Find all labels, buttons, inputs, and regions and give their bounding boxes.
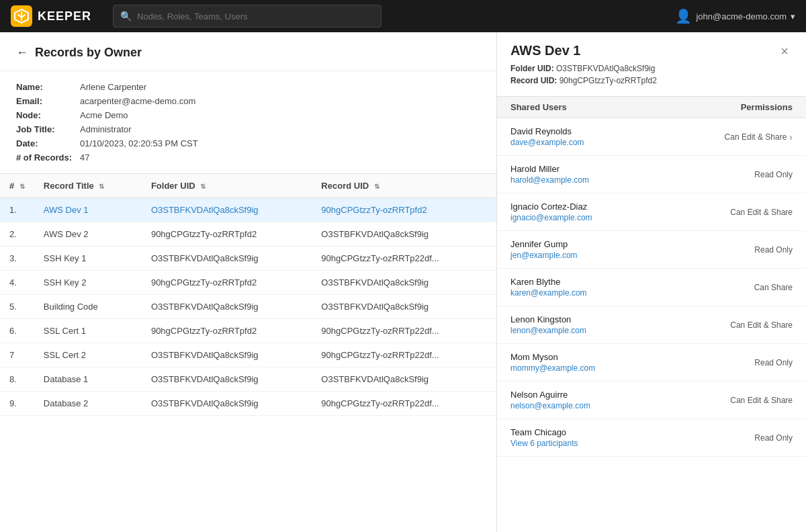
cell-title: AWS Dev 2 bbox=[34, 222, 142, 247]
shared-user-email: jen@example.com bbox=[510, 251, 754, 260]
shared-user-name: Karen Blythe bbox=[510, 277, 754, 287]
cell-folder-uid: 90hgCPGtzzTy-ozRRTpfd2 bbox=[142, 271, 312, 295]
cell-folder-uid: O3STBFKVDAtlQa8ckSf9ig bbox=[142, 198, 312, 222]
table-row[interactable]: 4.SSH Key 290hgCPGtzzTy-ozRRTpfd2O3STBFK… bbox=[0, 271, 496, 295]
shared-user-info: Ignacio Cortez-Diazignacio@example.com bbox=[510, 202, 730, 222]
sort-icon-record: ⇅ bbox=[374, 183, 379, 190]
table-row[interactable]: 6.SSL Cert 190hgCPGtzzTy-ozRRTpfd290hgCP… bbox=[0, 319, 496, 343]
shared-user-permission: Can Share bbox=[754, 283, 793, 292]
logo: KEEPER bbox=[11, 5, 91, 27]
shared-user-row[interactable]: Karen Blythekaren@example.comCan Share bbox=[497, 269, 806, 306]
table-row[interactable]: 7SSL Cert 2O3STBFKVDAtlQa8ckSf9ig90hgCPG… bbox=[0, 343, 496, 367]
cell-record-uid: 90hgCPGtzzTy-ozRRTpfd2 bbox=[312, 198, 496, 222]
chevron-right-icon: › bbox=[789, 132, 793, 142]
col-title[interactable]: Record Title ⇅ bbox=[34, 174, 142, 198]
shared-user-email: mommy@example.com bbox=[510, 363, 754, 373]
node-value: Acme Demo bbox=[80, 110, 480, 120]
cell-title: SSL Cert 2 bbox=[34, 343, 142, 367]
shared-user-info: Lenon Kingstonlenon@example.com bbox=[510, 314, 730, 335]
shared-user-email: harold@example.com bbox=[510, 175, 754, 185]
cell-title: SSH Key 2 bbox=[34, 271, 142, 295]
job-title-label: Job Title: bbox=[16, 124, 72, 134]
cell-num: 4. bbox=[0, 271, 34, 295]
cell-record-uid: 90hgCPGtzzTy-ozRRTp22df... bbox=[312, 247, 496, 271]
shared-user-info: Nelson Aguirrenelson@example.com bbox=[510, 390, 730, 410]
col-num[interactable]: # ⇅ bbox=[0, 174, 34, 198]
shared-user-info: Team ChicagoView 6 participants bbox=[510, 427, 754, 448]
shared-user-row[interactable]: Ignacio Cortez-Diazignacio@example.comCa… bbox=[497, 193, 806, 231]
right-panel-header: AWS Dev 1 Folder UID: O3STBFKVDAtlQa8ckS… bbox=[497, 32, 806, 97]
table-header-row: # ⇅ Record Title ⇅ Folder UID ⇅ Record U… bbox=[0, 174, 496, 198]
table-row[interactable]: 2.AWS Dev 290hgCPGtzzTy-ozRRTpfd2O3STBFK… bbox=[0, 222, 496, 247]
cell-record-uid: O3STBFKVDAtlQa8ckSf9ig bbox=[312, 271, 496, 295]
shared-user-row[interactable]: Lenon Kingstonlenon@example.comCan Edit … bbox=[497, 306, 806, 344]
record-uid-value: 90hgCPGtzzTy-ozRRTpfd2 bbox=[559, 76, 657, 85]
cell-record-uid: 90hgCPGtzzTy-ozRRTp22df... bbox=[312, 319, 496, 343]
table-row[interactable]: 3.SSH Key 1O3STBFKVDAtlQa8ckSf9ig90hgCPG… bbox=[0, 247, 496, 271]
job-title-value: Administrator bbox=[80, 124, 480, 134]
table-row[interactable]: 8.Database 1O3STBFKVDAtlQa8ckSf9igO3STBF… bbox=[0, 367, 496, 392]
user-menu[interactable]: 👤 john@acme-demo.com ▾ bbox=[675, 8, 795, 24]
table-row[interactable]: 1.AWS Dev 1O3STBFKVDAtlQa8ckSf9ig90hgCPG… bbox=[0, 198, 496, 222]
record-title: AWS Dev 1 bbox=[510, 43, 657, 58]
cell-folder-uid: O3STBFKVDAtlQa8ckSf9ig bbox=[142, 247, 312, 271]
cell-record-uid: O3STBFKVDAtlQa8ckSf9ig bbox=[312, 367, 496, 392]
shared-user-permission: Read Only bbox=[754, 358, 793, 367]
cell-folder-uid: O3STBFKVDAtlQa8ckSf9ig bbox=[142, 392, 312, 416]
shared-user-permission: Can Edit & Share› bbox=[725, 132, 793, 142]
shared-user-name: Harold Miller bbox=[510, 164, 754, 174]
search-icon: 🔍 bbox=[120, 11, 132, 21]
shared-user-permission: Can Edit & Share bbox=[730, 320, 793, 330]
cell-folder-uid: O3STBFKVDAtlQa8ckSf9ig bbox=[142, 343, 312, 367]
cell-folder-uid: O3STBFKVDAtlQa8ckSf9ig bbox=[142, 367, 312, 392]
shared-user-name: Mom Myson bbox=[510, 352, 754, 362]
cell-folder-uid: 90hgCPGtzzTy-ozRRTpfd2 bbox=[142, 222, 312, 247]
shared-users-header: Shared Users bbox=[510, 102, 741, 112]
cell-record-uid: O3STBFKVDAtlQa8ckSf9ig bbox=[312, 222, 496, 247]
shared-user-info: Harold Millerharold@example.com bbox=[510, 164, 754, 185]
cell-num: 5. bbox=[0, 295, 34, 319]
cell-record-uid: O3STBFKVDAtlQa8ckSf9ig bbox=[312, 295, 496, 319]
cell-num: 7 bbox=[0, 343, 34, 367]
shared-user-name: Team Chicago bbox=[510, 427, 754, 437]
sort-icon-num: ⇅ bbox=[19, 183, 25, 190]
search-input[interactable] bbox=[137, 5, 374, 27]
cell-folder-uid: O3STBFKVDAtlQa8ckSf9ig bbox=[142, 295, 312, 319]
shared-user-name: Lenon Kingston bbox=[510, 314, 730, 324]
shared-user-row[interactable]: Team ChicagoView 6 participantsRead Only bbox=[497, 419, 806, 457]
shared-user-email: karen@example.com bbox=[510, 288, 754, 298]
shared-user-row[interactable]: Nelson Aguirrenelson@example.comCan Edit… bbox=[497, 382, 806, 419]
col-record-uid[interactable]: Record UID ⇅ bbox=[312, 174, 496, 198]
shared-user-row[interactable]: Jennifer Gumpjen@example.comRead Only bbox=[497, 231, 806, 269]
date-value: 01/10/2023, 02:20:53 PM CST bbox=[80, 138, 480, 148]
node-label: Node: bbox=[16, 110, 72, 120]
search-bar[interactable]: 🔍 bbox=[113, 5, 382, 28]
cell-num: 9. bbox=[0, 392, 34, 416]
shared-user-info: Karen Blythekaren@example.com bbox=[510, 277, 754, 298]
cell-num: 1. bbox=[0, 198, 34, 222]
cell-title: Database 1 bbox=[34, 367, 142, 392]
records-label: # of Records: bbox=[16, 152, 72, 163]
shared-user-row[interactable]: Mom Mysonmommy@example.comRead Only bbox=[497, 344, 806, 382]
topnav: KEEPER 🔍 👤 john@acme-demo.com ▾ bbox=[0, 0, 806, 32]
table-row[interactable]: 5.Building CodeO3STBFKVDAtlQa8ckSf9igO3S… bbox=[0, 295, 496, 319]
shared-user-email: dave@example.com bbox=[510, 138, 725, 147]
cell-folder-uid: 90hgCPGtzzTy-ozRRTpfd2 bbox=[142, 319, 312, 343]
cell-title: Database 2 bbox=[34, 392, 142, 416]
close-button[interactable]: × bbox=[776, 43, 793, 59]
shared-user-permission: Read Only bbox=[754, 170, 793, 179]
col-folder-uid[interactable]: Folder UID ⇅ bbox=[142, 174, 312, 198]
shared-user-permission: Read Only bbox=[754, 433, 793, 443]
cell-num: 6. bbox=[0, 319, 34, 343]
cell-title: SSH Key 1 bbox=[34, 247, 142, 271]
right-panel: AWS Dev 1 Folder UID: O3STBFKVDAtlQa8ckS… bbox=[497, 32, 806, 532]
back-button[interactable]: ← bbox=[16, 46, 28, 60]
shared-user-row[interactable]: David Reynoldsdave@example.comCan Edit &… bbox=[497, 118, 806, 156]
owner-info: Name: Arlene Carpenter Email: acarpenter… bbox=[0, 71, 496, 173]
table-row[interactable]: 9.Database 2O3STBFKVDAtlQa8ckSf9ig90hgCP… bbox=[0, 392, 496, 416]
cell-title[interactable]: AWS Dev 1 bbox=[34, 198, 142, 222]
cell-num: 3. bbox=[0, 247, 34, 271]
name-value: Arlene Carpenter bbox=[80, 82, 480, 92]
shared-user-row[interactable]: Harold Millerharold@example.comRead Only bbox=[497, 156, 806, 193]
shared-user-info: Jennifer Gumpjen@example.com bbox=[510, 239, 754, 260]
